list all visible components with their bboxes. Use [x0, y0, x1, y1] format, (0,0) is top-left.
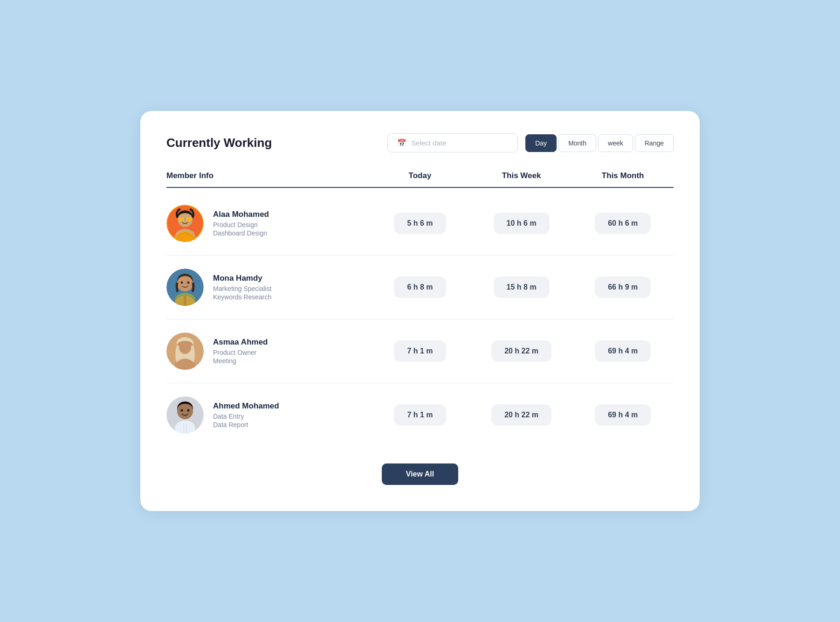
month-badge: 60 h 6 m [572, 213, 674, 234]
month-badge: 66 h 9 m [572, 276, 674, 298]
member-name: Asmaa Ahmed [213, 338, 268, 347]
member-info: Mona Hamdy Marketing Specialist Keywords… [166, 269, 369, 306]
week-time: 15 h 8 m [494, 276, 550, 298]
month-button[interactable]: Month [558, 134, 596, 152]
svg-point-10 [177, 276, 193, 291]
member-role: Marketing Specialist [213, 285, 271, 292]
main-card: Currently Working 📅 Select date Day Mont… [140, 111, 700, 511]
today-badge: 5 h 6 m [369, 213, 471, 234]
member-role: Data Entry [213, 413, 279, 420]
member-name: Alaa Mohamed [213, 210, 269, 219]
svg-point-22 [177, 403, 193, 419]
card-header: Currently Working 📅 Select date Day Mont… [166, 133, 674, 152]
today-time: 6 h 8 m [394, 276, 446, 298]
member-role: Product Design [213, 221, 269, 228]
member-details: Mona Hamdy Marketing Specialist Keywords… [213, 274, 271, 301]
today-time: 7 h 1 m [394, 404, 446, 426]
avatar [166, 396, 204, 434]
member-role: Product Owner [213, 349, 268, 356]
calendar-icon: 📅 [397, 138, 406, 147]
view-buttons: Day Month week Range [525, 134, 674, 152]
date-placeholder: Select date [411, 139, 446, 147]
week-badge: 20 h 22 m [471, 340, 572, 362]
member-info: Alaa Mohamed Product Design Dashboard De… [166, 205, 369, 242]
member-task: Meeting [213, 357, 268, 365]
week-button[interactable]: week [598, 134, 633, 152]
member-info: Ahmed Mohamed Data Entry Data Report [166, 396, 369, 434]
page-title: Currently Working [166, 136, 272, 150]
svg-rect-6 [179, 217, 184, 221]
view-all-wrapper: View All [166, 463, 674, 485]
svg-point-13 [187, 282, 190, 284]
week-badge: 15 h 8 m [471, 276, 572, 298]
week-badge: 10 h 6 m [471, 213, 572, 234]
month-time: 60 h 6 m [595, 213, 651, 234]
view-all-button[interactable]: View All [382, 463, 458, 485]
svg-rect-7 [186, 217, 192, 221]
month-badge: 69 h 4 m [572, 340, 674, 362]
svg-rect-14 [184, 296, 186, 306]
month-time: 69 h 4 m [595, 340, 651, 362]
today-badge: 7 h 1 m [369, 404, 471, 426]
week-time: 10 h 6 m [494, 213, 550, 234]
week-time: 20 h 22 m [491, 340, 551, 362]
week-badge: 20 h 22 m [471, 404, 572, 426]
member-name: Ahmed Mohamed [213, 401, 279, 411]
table-row: Alaa Mohamed Product Design Dashboard De… [166, 192, 674, 256]
svg-point-12 [181, 282, 183, 284]
avatar [166, 205, 204, 242]
table-row: Mona Hamdy Marketing Specialist Keywords… [166, 256, 674, 319]
date-picker[interactable]: 📅 Select date [387, 133, 518, 152]
range-button[interactable]: Range [635, 134, 674, 152]
svg-point-20 [179, 341, 191, 354]
month-time: 66 h 9 m [595, 276, 651, 298]
table-row: Ahmed Mohamed Data Entry Data Report 7 h… [166, 383, 674, 447]
table-header: Member Info Today This Week This Month [166, 171, 674, 188]
col-this-month: This Month [572, 171, 674, 180]
col-today: Today [369, 171, 471, 180]
member-details: Ahmed Mohamed Data Entry Data Report [213, 401, 279, 428]
day-button[interactable]: Day [525, 134, 557, 152]
today-badge: 7 h 1 m [369, 340, 471, 362]
member-details: Alaa Mohamed Product Design Dashboard De… [213, 210, 269, 237]
member-task: Data Report [213, 421, 279, 428]
month-badge: 69 h 4 m [572, 404, 674, 426]
table-body: Alaa Mohamed Product Design Dashboard De… [166, 192, 674, 447]
table-row: Asmaa Ahmed Product Owner Meeting 7 h 1 … [166, 319, 674, 383]
header-controls: 📅 Select date Day Month week Range [387, 133, 674, 152]
today-time: 7 h 1 m [394, 340, 446, 362]
avatar [166, 332, 204, 370]
svg-point-25 [187, 409, 190, 412]
week-time: 20 h 22 m [491, 404, 551, 426]
member-details: Asmaa Ahmed Product Owner Meeting [213, 338, 268, 365]
avatar [166, 269, 204, 306]
svg-point-24 [181, 409, 183, 412]
month-time: 69 h 4 m [595, 404, 651, 426]
col-member-info: Member Info [166, 171, 369, 180]
today-badge: 6 h 8 m [369, 276, 471, 298]
member-name: Mona Hamdy [213, 274, 271, 283]
member-task: Keywords Research [213, 293, 271, 301]
member-task: Dashboard Design [213, 229, 269, 237]
today-time: 5 h 6 m [394, 213, 446, 234]
member-info: Asmaa Ahmed Product Owner Meeting [166, 332, 369, 370]
col-this-week: This Week [471, 171, 572, 180]
